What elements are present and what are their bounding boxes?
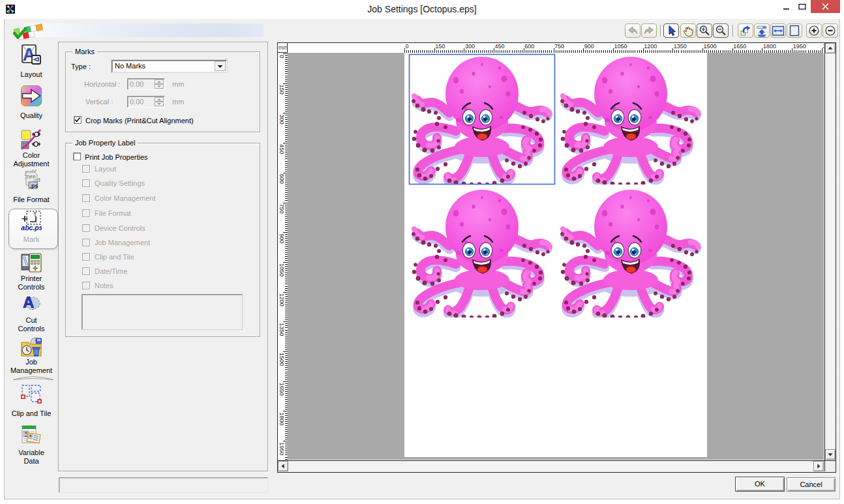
svg-text:T: T bbox=[33, 211, 37, 218]
svg-text:600: 600 bbox=[524, 43, 534, 50]
svg-text:1350: 1350 bbox=[279, 323, 285, 336]
svg-text:450: 450 bbox=[279, 144, 285, 154]
svg-text:1950: 1950 bbox=[793, 43, 806, 50]
svg-text:1650: 1650 bbox=[279, 383, 285, 396]
svg-text:1800: 1800 bbox=[763, 43, 776, 50]
svg-text:1650: 1650 bbox=[733, 43, 746, 50]
svg-text:1500: 1500 bbox=[704, 43, 717, 50]
svg-text:300: 300 bbox=[465, 43, 475, 50]
svg-text:150: 150 bbox=[279, 85, 285, 95]
svg-text:600: 600 bbox=[279, 174, 285, 184]
svg-text:A: A bbox=[23, 293, 34, 311]
svg-text:450: 450 bbox=[495, 43, 505, 50]
svg-text:2100: 2100 bbox=[822, 43, 824, 50]
svg-text:300: 300 bbox=[279, 114, 285, 124]
svg-text:900: 900 bbox=[584, 43, 594, 50]
svg-text:1800: 1800 bbox=[279, 412, 285, 425]
svg-text:1050: 1050 bbox=[614, 43, 627, 50]
svg-text:1950: 1950 bbox=[279, 442, 285, 455]
svg-text:750: 750 bbox=[279, 204, 285, 214]
svg-text:150: 150 bbox=[435, 43, 445, 50]
svg-text:!: ! bbox=[38, 177, 40, 183]
svg-text:1350: 1350 bbox=[674, 43, 687, 50]
svg-text:1200: 1200 bbox=[279, 293, 285, 306]
svg-text:0: 0 bbox=[279, 55, 285, 58]
svg-text:abc.ps: abc.ps bbox=[21, 224, 42, 231]
svg-text:0: 0 bbox=[406, 43, 409, 50]
svg-text:1050: 1050 bbox=[279, 263, 285, 276]
svg-text:750: 750 bbox=[554, 43, 564, 50]
svg-text:900: 900 bbox=[279, 233, 285, 243]
svg-text:.ps: .ps bbox=[30, 183, 38, 189]
svg-text:1200: 1200 bbox=[644, 43, 657, 50]
svg-text:1500: 1500 bbox=[279, 353, 285, 366]
